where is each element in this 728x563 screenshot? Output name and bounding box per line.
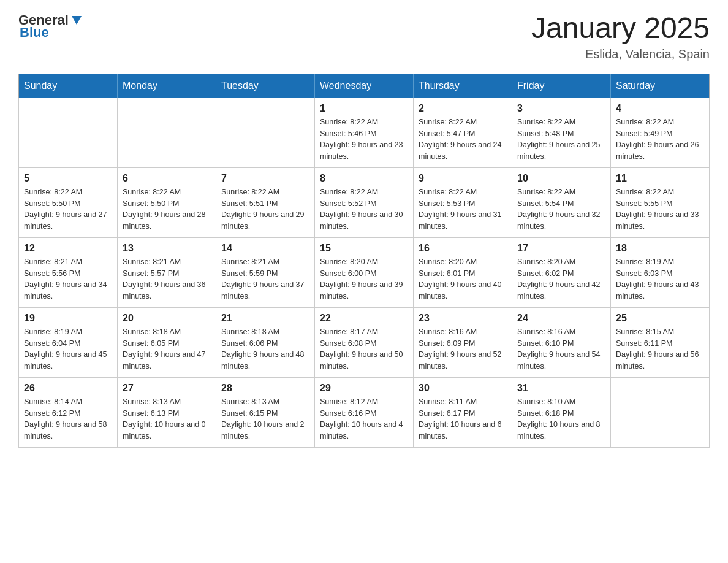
calendar-week-row: 19Sunrise: 8:19 AMSunset: 6:04 PMDayligh… [19,307,710,377]
calendar-cell: 8Sunrise: 8:22 AMSunset: 5:52 PMDaylight… [315,167,414,237]
day-info: Sunrise: 8:22 AMSunset: 5:48 PMDaylight:… [517,117,605,163]
day-number: 8 [320,173,408,184]
day-info: Sunrise: 8:12 AMSunset: 6:16 PMDaylight:… [320,396,408,442]
calendar-cell: 1Sunrise: 8:22 AMSunset: 5:46 PMDaylight… [315,98,414,167]
day-number: 31 [517,383,605,394]
calendar-cell: 18Sunrise: 8:19 AMSunset: 6:03 PMDayligh… [611,237,710,307]
calendar-cell: 29Sunrise: 8:12 AMSunset: 6:16 PMDayligh… [315,377,414,447]
day-info: Sunrise: 8:22 AMSunset: 5:51 PMDaylight:… [221,186,309,232]
calendar-cell: 19Sunrise: 8:19 AMSunset: 6:04 PMDayligh… [19,307,118,377]
day-number: 13 [123,243,211,254]
day-number: 9 [419,173,507,184]
calendar-cell: 24Sunrise: 8:16 AMSunset: 6:10 PMDayligh… [512,307,611,377]
month-title: January 2025 [531,12,710,45]
calendar-cell: 20Sunrise: 8:18 AMSunset: 6:05 PMDayligh… [118,307,216,377]
day-number: 30 [419,383,507,394]
day-number: 25 [616,313,704,324]
day-number: 21 [221,313,309,324]
logo-blue-text: Blue [20,25,49,40]
calendar-cell: 7Sunrise: 8:22 AMSunset: 5:51 PMDaylight… [216,167,315,237]
calendar-header-wednesday: Wednesday [315,74,414,98]
calendar-cell: 5Sunrise: 8:22 AMSunset: 5:50 PMDaylight… [19,167,118,237]
calendar-cell: 25Sunrise: 8:15 AMSunset: 6:11 PMDayligh… [611,307,710,377]
day-number: 7 [221,173,309,184]
logo-triangle-icon [70,13,83,26]
calendar-cell: 6Sunrise: 8:22 AMSunset: 5:50 PMDaylight… [118,167,216,237]
day-info: Sunrise: 8:22 AMSunset: 5:52 PMDaylight:… [320,186,408,232]
calendar-cell: 3Sunrise: 8:22 AMSunset: 5:48 PMDaylight… [512,98,611,167]
day-info: Sunrise: 8:22 AMSunset: 5:47 PMDaylight:… [419,117,507,163]
calendar-header-monday: Monday [118,74,216,98]
calendar-cell: 4Sunrise: 8:22 AMSunset: 5:49 PMDaylight… [611,98,710,167]
calendar-cell: 17Sunrise: 8:20 AMSunset: 6:02 PMDayligh… [512,237,611,307]
day-info: Sunrise: 8:16 AMSunset: 6:10 PMDaylight:… [517,326,605,372]
day-info: Sunrise: 8:22 AMSunset: 5:46 PMDaylight:… [320,117,408,163]
calendar-header-saturday: Saturday [611,74,710,98]
day-number: 14 [221,243,309,254]
day-number: 16 [419,243,507,254]
day-info: Sunrise: 8:18 AMSunset: 6:05 PMDaylight:… [123,326,211,372]
day-number: 20 [123,313,211,324]
day-number: 12 [24,243,112,254]
day-number: 18 [616,243,704,254]
day-info: Sunrise: 8:22 AMSunset: 5:55 PMDaylight:… [616,186,704,232]
calendar-week-row: 5Sunrise: 8:22 AMSunset: 5:50 PMDaylight… [19,167,710,237]
calendar-cell: 15Sunrise: 8:20 AMSunset: 6:00 PMDayligh… [315,237,414,307]
calendar-cell: 30Sunrise: 8:11 AMSunset: 6:17 PMDayligh… [414,377,512,447]
day-number: 3 [517,103,605,114]
calendar-cell: 22Sunrise: 8:17 AMSunset: 6:08 PMDayligh… [315,307,414,377]
calendar-header-tuesday: Tuesday [216,74,315,98]
calendar-cell: 12Sunrise: 8:21 AMSunset: 5:56 PMDayligh… [19,237,118,307]
day-info: Sunrise: 8:13 AMSunset: 6:13 PMDaylight:… [123,396,211,442]
day-number: 4 [616,103,704,114]
page-header: General Blue January 2025 Eslida, Valenc… [18,12,710,61]
location-text: Eslida, Valencia, Spain [531,47,710,61]
calendar-cell: 9Sunrise: 8:22 AMSunset: 5:53 PMDaylight… [414,167,512,237]
day-number: 10 [517,173,605,184]
day-number: 29 [320,383,408,394]
calendar-cell: 2Sunrise: 8:22 AMSunset: 5:47 PMDaylight… [414,98,512,167]
day-number: 24 [517,313,605,324]
calendar-header-friday: Friday [512,74,611,98]
day-info: Sunrise: 8:19 AMSunset: 6:04 PMDaylight:… [24,326,112,372]
calendar-week-row: 12Sunrise: 8:21 AMSunset: 5:56 PMDayligh… [19,237,710,307]
day-info: Sunrise: 8:22 AMSunset: 5:53 PMDaylight:… [419,186,507,232]
day-number: 15 [320,243,408,254]
day-info: Sunrise: 8:19 AMSunset: 6:03 PMDaylight:… [616,256,704,302]
calendar-header-row: SundayMondayTuesdayWednesdayThursdayFrid… [19,74,710,98]
logo: General Blue [18,12,83,40]
calendar-header-sunday: Sunday [19,74,118,98]
day-info: Sunrise: 8:14 AMSunset: 6:12 PMDaylight:… [24,396,112,442]
day-info: Sunrise: 8:20 AMSunset: 6:02 PMDaylight:… [517,256,605,302]
calendar-cell: 11Sunrise: 8:22 AMSunset: 5:55 PMDayligh… [611,167,710,237]
calendar-cell: 21Sunrise: 8:18 AMSunset: 6:06 PMDayligh… [216,307,315,377]
calendar-cell: 16Sunrise: 8:20 AMSunset: 6:01 PMDayligh… [414,237,512,307]
day-number: 6 [123,173,211,184]
day-number: 1 [320,103,408,114]
calendar-cell: 10Sunrise: 8:22 AMSunset: 5:54 PMDayligh… [512,167,611,237]
day-number: 26 [24,383,112,394]
day-info: Sunrise: 8:20 AMSunset: 6:00 PMDaylight:… [320,256,408,302]
day-info: Sunrise: 8:20 AMSunset: 6:01 PMDaylight:… [419,256,507,302]
calendar-week-row: 1Sunrise: 8:22 AMSunset: 5:46 PMDaylight… [19,98,710,167]
day-info: Sunrise: 8:22 AMSunset: 5:54 PMDaylight:… [517,186,605,232]
day-info: Sunrise: 8:10 AMSunset: 6:18 PMDaylight:… [517,396,605,442]
calendar-cell: 13Sunrise: 8:21 AMSunset: 5:57 PMDayligh… [118,237,216,307]
day-info: Sunrise: 8:22 AMSunset: 5:50 PMDaylight:… [24,186,112,232]
day-number: 2 [419,103,507,114]
calendar-cell: 27Sunrise: 8:13 AMSunset: 6:13 PMDayligh… [118,377,216,447]
day-number: 11 [616,173,704,184]
day-number: 22 [320,313,408,324]
calendar-cell: 26Sunrise: 8:14 AMSunset: 6:12 PMDayligh… [19,377,118,447]
day-number: 5 [24,173,112,184]
calendar-cell [19,98,118,167]
calendar-header-thursday: Thursday [414,74,512,98]
calendar-cell [216,98,315,167]
day-info: Sunrise: 8:13 AMSunset: 6:15 PMDaylight:… [221,396,309,442]
day-info: Sunrise: 8:18 AMSunset: 6:06 PMDaylight:… [221,326,309,372]
calendar-cell: 31Sunrise: 8:10 AMSunset: 6:18 PMDayligh… [512,377,611,447]
calendar-cell: 28Sunrise: 8:13 AMSunset: 6:15 PMDayligh… [216,377,315,447]
day-number: 23 [419,313,507,324]
svg-marker-0 [72,16,82,25]
day-info: Sunrise: 8:11 AMSunset: 6:17 PMDaylight:… [419,396,507,442]
